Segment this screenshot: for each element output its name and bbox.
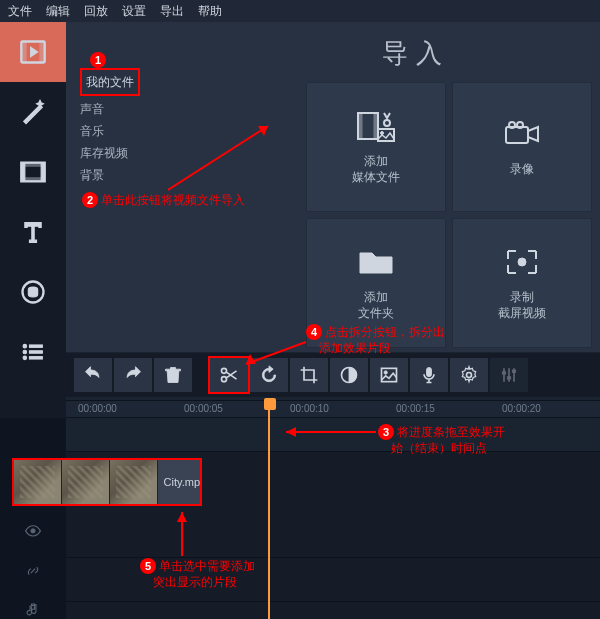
tile-label: 媒体文件 bbox=[352, 170, 400, 184]
svg-point-11 bbox=[23, 356, 27, 360]
split-button[interactable] bbox=[210, 358, 248, 392]
tile-record-screen[interactable]: 录制截屏视频 bbox=[452, 218, 592, 348]
menu-edit[interactable]: 编辑 bbox=[46, 3, 70, 20]
sliders-icon bbox=[499, 365, 519, 385]
camera-icon bbox=[502, 117, 542, 151]
list-icon bbox=[19, 338, 47, 366]
image-button[interactable] bbox=[370, 358, 408, 392]
source-music[interactable]: 音乐 bbox=[80, 120, 220, 142]
menu-file[interactable]: 文件 bbox=[8, 3, 32, 20]
image-icon bbox=[379, 365, 399, 385]
rail-stickers-button[interactable] bbox=[0, 262, 66, 322]
crop-icon bbox=[299, 365, 319, 385]
svg-rect-1 bbox=[21, 42, 26, 63]
timeline-ruler[interactable]: 00:00:00 00:00:05 00:00:10 00:00:15 00:0… bbox=[66, 400, 600, 418]
undo-icon bbox=[83, 365, 103, 385]
rail-more-button[interactable] bbox=[0, 322, 66, 382]
source-stock[interactable]: 库存视频 bbox=[80, 142, 220, 164]
menu-help[interactable]: 帮助 bbox=[198, 3, 222, 20]
svg-point-31 bbox=[467, 373, 472, 378]
audio-track-icon bbox=[24, 601, 42, 619]
svg-point-29 bbox=[384, 371, 387, 374]
scissors-icon bbox=[219, 365, 239, 385]
track-spacer bbox=[66, 418, 600, 452]
import-panel: 导入 我的文件 声音 音乐 库存视频 背景 添加媒体文件 录像 添加文件夹 录制… bbox=[66, 22, 600, 352]
ruler-tick: 00:00:20 bbox=[502, 403, 541, 414]
contrast-icon bbox=[339, 365, 359, 385]
undo-button[interactable] bbox=[74, 358, 112, 392]
svg-point-18 bbox=[384, 120, 390, 126]
track-lane[interactable] bbox=[66, 558, 600, 602]
svg-rect-6 bbox=[25, 163, 41, 167]
svg-point-22 bbox=[509, 122, 515, 128]
svg-rect-34 bbox=[512, 370, 515, 373]
menu-export[interactable]: 导出 bbox=[160, 3, 184, 20]
import-title: 导入 bbox=[382, 36, 450, 71]
tile-label: 添加 bbox=[364, 290, 388, 304]
tile-label: 截屏视频 bbox=[498, 306, 546, 320]
rail-import-button[interactable] bbox=[0, 22, 66, 82]
source-sound[interactable]: 声音 bbox=[80, 98, 220, 120]
rail-transitions-button[interactable] bbox=[0, 142, 66, 202]
film-play-icon bbox=[19, 38, 47, 66]
svg-rect-21 bbox=[506, 127, 528, 143]
svg-rect-33 bbox=[507, 377, 510, 380]
clip-thumbnail bbox=[110, 460, 158, 504]
ruler-tick: 00:00:00 bbox=[78, 403, 117, 414]
playhead-knob[interactable] bbox=[264, 398, 276, 410]
video-clip[interactable]: City.mp bbox=[12, 458, 202, 506]
tile-add-folder[interactable]: 添加文件夹 bbox=[306, 218, 446, 348]
screen-record-icon bbox=[502, 245, 542, 279]
link-track-icon bbox=[24, 562, 42, 580]
svg-rect-30 bbox=[427, 368, 432, 377]
svg-rect-7 bbox=[25, 178, 41, 182]
equalizer-button[interactable] bbox=[490, 358, 528, 392]
svg-point-10 bbox=[23, 350, 27, 354]
gear-icon bbox=[459, 365, 479, 385]
svg-rect-2 bbox=[40, 42, 45, 63]
svg-rect-14 bbox=[30, 357, 43, 359]
playhead[interactable] bbox=[268, 400, 270, 619]
clip-thumbnail bbox=[62, 460, 110, 504]
crop-button[interactable] bbox=[290, 358, 328, 392]
track-headers bbox=[0, 418, 66, 619]
menu-settings[interactable]: 设置 bbox=[122, 3, 146, 20]
color-button[interactable] bbox=[330, 358, 368, 392]
svg-point-23 bbox=[517, 122, 523, 128]
rotate-icon bbox=[259, 365, 279, 385]
source-background[interactable]: 背景 bbox=[80, 164, 220, 186]
folder-icon bbox=[356, 245, 396, 279]
trash-icon bbox=[163, 365, 183, 385]
tile-label: 录制 bbox=[510, 290, 534, 304]
tile-label: 添加 bbox=[364, 154, 388, 168]
tile-record-camera[interactable]: 录像 bbox=[452, 82, 592, 212]
mic-button[interactable] bbox=[410, 358, 448, 392]
text-icon bbox=[19, 218, 47, 246]
visibility-icon bbox=[24, 522, 42, 540]
svg-point-24 bbox=[518, 258, 526, 266]
rotate-button[interactable] bbox=[250, 358, 288, 392]
timeline-tracks: City.mp bbox=[0, 418, 600, 619]
ruler-tick: 00:00:05 bbox=[184, 403, 223, 414]
delete-button[interactable] bbox=[154, 358, 192, 392]
track-lane[interactable] bbox=[66, 514, 600, 558]
timeline-toolbar bbox=[66, 353, 600, 397]
svg-rect-12 bbox=[30, 345, 43, 347]
redo-button[interactable] bbox=[114, 358, 152, 392]
menubar: 文件 编辑 回放 设置 导出 帮助 bbox=[0, 0, 600, 22]
clip-thumbnail bbox=[14, 460, 62, 504]
source-list: 我的文件 声音 音乐 库存视频 背景 bbox=[80, 68, 220, 186]
magic-wand-icon bbox=[19, 98, 47, 126]
rail-filters-button[interactable] bbox=[0, 82, 66, 142]
tile-label: 录像 bbox=[510, 161, 534, 177]
settings-button[interactable] bbox=[450, 358, 488, 392]
transition-icon bbox=[19, 158, 47, 186]
rail-titles-button[interactable] bbox=[0, 202, 66, 262]
media-file-icon bbox=[356, 109, 396, 143]
menu-playback[interactable]: 回放 bbox=[84, 3, 108, 20]
source-my-files[interactable]: 我的文件 bbox=[80, 68, 140, 96]
svg-point-20 bbox=[381, 132, 384, 135]
svg-point-9 bbox=[23, 344, 27, 348]
svg-rect-32 bbox=[502, 372, 505, 375]
tile-add-media[interactable]: 添加媒体文件 bbox=[306, 82, 446, 212]
